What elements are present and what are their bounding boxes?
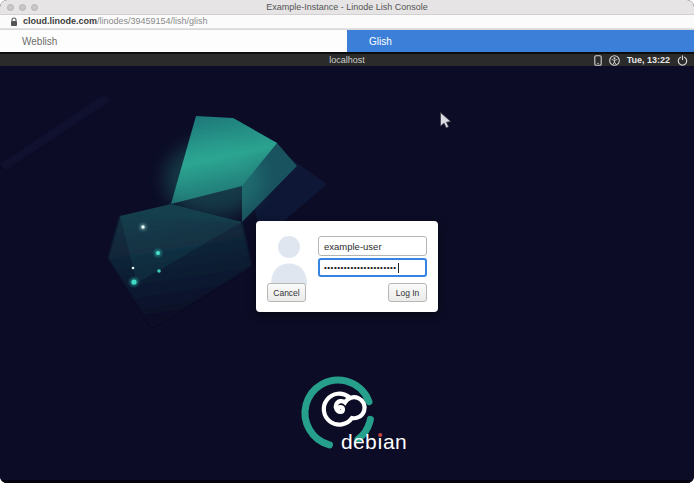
gnome-top-bar: localhost Tue, 13:22 [0,52,694,66]
top-bar-status-area: Tue, 13:22 [594,54,688,66]
cancel-button-label: Cancel [273,288,299,298]
url-text: cloud.linode.com/linodes/39459154/lish/g… [23,15,208,28]
debian-swirl-icon [324,394,365,425]
glish-desktop: example-user •••••••••••••••••••••• Canc… [0,66,694,483]
window-title: Example-Instance - Linode Lish Console [0,0,694,14]
password-masked-value: •••••••••••••••••••••• [324,263,397,272]
wallpaper-glow [165,141,261,217]
url-domain: cloud.linode.com [23,16,97,26]
hostname-label: localhost [0,54,694,66]
tab-weblish-label: Weblish [22,36,57,47]
traffic-lights [7,4,38,11]
titlebar: Example-Instance - Linode Lish Console [0,0,694,15]
url-path: /linodes/39459154/lish/glish [97,16,208,26]
zoom-window-icon[interactable] [31,4,38,11]
clock-label[interactable]: Tue, 13:22 [627,54,670,66]
browser-window: Example-Instance - Linode Lish Console c… [0,0,694,483]
power-icon[interactable] [677,55,688,66]
cancel-button[interactable]: Cancel [267,283,306,302]
username-input[interactable]: example-user [318,236,427,256]
lish-tab-bar: Weblish Glish [0,29,694,52]
brand-post: an [383,430,407,453]
tab-glish-label: Glish [369,36,392,47]
tab-glish[interactable]: Glish [347,30,694,52]
brand-i-dot [378,433,382,437]
brand-i: ı [377,429,383,454]
debian-wordmark: debıan [341,429,407,454]
text-caret [398,263,399,273]
accessibility-icon[interactable] [609,55,620,66]
username-value: example-user [324,241,382,252]
url-bar[interactable]: cloud.linode.com/linodes/39459154/lish/g… [0,15,694,29]
brand-pre: deb [341,430,377,453]
mouse-pointer-icon [440,112,452,129]
close-window-icon[interactable] [7,4,14,11]
wallpaper-streak [0,94,112,170]
password-input[interactable]: •••••••••••••••••••••• [318,258,427,277]
lock-icon [10,17,18,27]
login-button-label: Log In [396,288,420,298]
tab-weblish[interactable]: Weblish [0,30,347,52]
minimize-window-icon[interactable] [19,4,26,11]
wallpaper-facet-fade [108,216,252,328]
login-button[interactable]: Log In [388,283,427,302]
user-avatar-icon [268,233,310,285]
tablet-icon[interactable] [594,55,602,66]
login-dialog: example-user •••••••••••••••••••••• Canc… [256,221,438,312]
